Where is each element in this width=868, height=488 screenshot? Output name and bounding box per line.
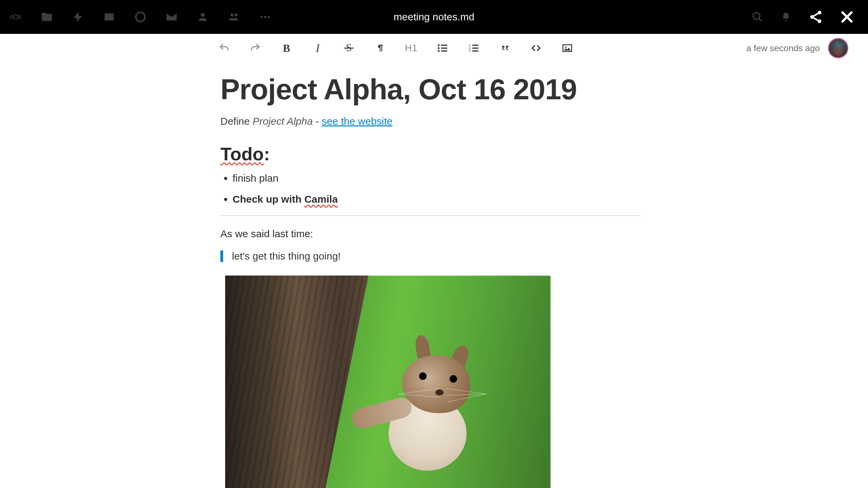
code-block-button[interactable] [529,41,543,55]
embedded-image[interactable] [225,276,551,488]
bullet-list-button[interactable] [435,41,450,55]
blockquote[interactable]: let's get this thing going! [220,250,641,262]
heading-button[interactable]: H1 [404,41,418,55]
svg-line-13 [814,18,818,20]
header-left-icons [0,11,271,23]
close-icon[interactable] [840,9,854,24]
page-title[interactable]: Project Alpha, Oct 16 2019 [220,73,641,106]
italic-button[interactable]: I [311,41,325,55]
bold-button[interactable]: B [279,41,294,55]
share-icon[interactable] [808,9,823,24]
undo-button[interactable] [217,41,231,55]
document-title: meeting notes.md [394,11,474,23]
activity-app-icon[interactable] [72,11,84,23]
talk-app-icon[interactable] [134,11,146,23]
svg-point-19 [438,47,440,49]
svg-point-2 [18,16,21,18]
svg-point-3 [136,13,145,22]
search-icon[interactable] [751,11,764,23]
todo-item[interactable]: Check up with Camila [233,194,641,205]
ordered-list-button[interactable]: 123 [467,41,481,55]
todo-item-prefix: Check up with [233,194,304,205]
todo-item-spellword: Camila [304,194,338,205]
todo-colon: : [264,144,270,164]
todo-heading[interactable]: Todo: [220,143,641,164]
redo-button[interactable] [248,41,262,55]
gallery-app-icon[interactable] [103,11,115,23]
strikethrough-button[interactable]: S [342,41,356,55]
todo-item[interactable]: finish plan [233,172,641,184]
save-status-text: a few seconds ago [746,43,820,54]
insert-image-button[interactable] [560,41,574,55]
intro-link[interactable]: see the website [322,116,392,127]
todo-list[interactable]: finish plan Check up with Camila [220,172,641,205]
svg-text:3: 3 [469,49,471,53]
more-apps-icon[interactable] [259,11,271,23]
intro-prefix: Define [220,116,253,127]
todo-word: Todo [220,144,264,164]
intro-line[interactable]: Define Project Alpha - see the website [220,116,641,127]
svg-point-20 [438,50,440,52]
blockquote-button[interactable] [498,41,512,55]
svg-point-10 [810,15,814,19]
svg-point-1 [13,15,18,19]
svg-point-5 [264,16,267,18]
contacts-app-icon[interactable] [197,11,209,23]
editor-toolbar: B I S H1 123 a few seconds ago [0,34,868,62]
quote-text: let's get this thing going! [232,250,341,262]
app-header: meeting notes.md [0,0,868,34]
svg-point-4 [260,16,263,18]
svg-point-7 [753,13,760,19]
lead-text[interactable]: As we said last time: [220,228,641,240]
intro-separator: - [313,116,322,127]
svg-point-6 [268,16,270,18]
svg-point-18 [438,44,440,46]
svg-point-9 [818,11,822,15]
header-right-icons [751,9,868,24]
todo-item-text: finish plan [233,172,278,184]
files-app-icon[interactable] [41,11,53,23]
svg-line-8 [759,18,762,21]
nextcloud-logo-icon[interactable] [9,11,22,23]
svg-point-31 [565,46,567,48]
document-body[interactable]: Project Alpha, Oct 16 2019 Define Projec… [220,62,641,488]
divider [220,215,641,216]
paragraph-button[interactable] [373,41,387,55]
mail-app-icon[interactable] [165,11,178,23]
intro-emphasis: Project Alpha [253,116,313,127]
user-avatar[interactable] [828,38,848,58]
editor-meta: a few seconds ago [746,38,848,58]
svg-point-0 [11,16,13,18]
svg-line-12 [814,14,818,16]
groups-app-icon[interactable] [228,11,240,23]
notifications-icon[interactable] [780,11,792,23]
svg-point-11 [818,19,822,23]
